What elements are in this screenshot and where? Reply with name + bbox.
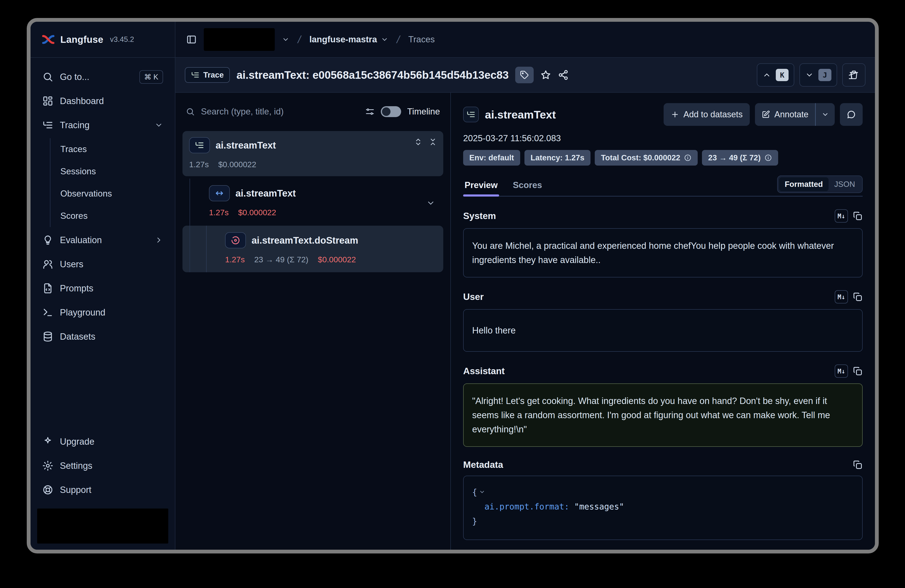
next-trace-button[interactable]: J	[799, 63, 837, 87]
list-tree-icon	[467, 110, 475, 119]
sparkle-icon	[42, 436, 53, 447]
sidebar-item-datasets[interactable]: Datasets	[36, 325, 169, 349]
lifebuoy-icon	[42, 484, 53, 495]
trace-timestamp: 2025-03-27 11:56:02.083	[463, 133, 863, 143]
span-node-title: ai.streamText	[235, 188, 296, 199]
trace-header-bar: Trace ai.streamText: e00568a15c38674b56b…	[175, 58, 875, 93]
share-icon[interactable]	[558, 70, 569, 81]
breadcrumb-separator: /	[295, 33, 304, 45]
copy-icon[interactable]	[853, 292, 863, 302]
message-bubble-icon	[846, 109, 856, 119]
sidebar-item-upgrade[interactable]: Upgrade	[36, 430, 169, 454]
assistant-message-box: "Alright! Let's get cooking. What ingred…	[463, 384, 863, 447]
redacted-user-info	[37, 509, 168, 544]
chevron-down-icon	[821, 111, 829, 118]
json-open-brace: {	[472, 488, 477, 497]
generation-node-title: ai.streamText.doStream	[252, 235, 358, 246]
tree-search-input[interactable]	[201, 107, 359, 117]
info-icon[interactable]	[684, 154, 692, 162]
annotate-split-button: Annotate	[755, 103, 835, 126]
panel-left-icon[interactable]	[186, 34, 197, 45]
dashboard-label: Dashboard	[60, 96, 104, 106]
annotate-label: Annotate	[774, 109, 808, 119]
sidebar-item-tracing[interactable]: Tracing	[36, 113, 169, 137]
tree-node-generation[interactable]: ai.streamText.doStream 1.27s 23 → 49 (Σ …	[183, 226, 443, 272]
kbd-k: K	[776, 69, 789, 81]
settings-label: Settings	[60, 461, 92, 471]
expand-all-icon[interactable]	[414, 138, 422, 146]
scores-label: Scores	[60, 211, 87, 221]
sidebar-item-playground[interactable]: Playground	[36, 300, 169, 325]
format-chip-json[interactable]: JSON	[829, 178, 861, 191]
delete-trace-button[interactable]	[842, 63, 865, 87]
chevron-up-icon	[762, 71, 771, 79]
generation-node-badge	[225, 232, 246, 248]
collapse-all-icon[interactable]	[429, 138, 437, 146]
sidebar-item-observations[interactable]: Observations	[51, 182, 169, 205]
tab-scores[interactable]: Scores	[511, 180, 543, 196]
generation-swirl-icon	[231, 236, 240, 245]
tab-preview[interactable]: Preview	[463, 180, 499, 196]
pencil-square-icon	[762, 110, 770, 119]
markdown-toggle-button[interactable]: M↓	[835, 290, 848, 303]
add-to-datasets-label: Add to datasets	[683, 109, 743, 119]
sidebar-item-support[interactable]: Support	[36, 478, 169, 502]
sidebar-nav: Go to... ⌘ K Dashboard Tracing Traces Se…	[30, 58, 175, 550]
format-chip-formatted[interactable]: Formatted	[779, 178, 829, 191]
sidebar-item-scores[interactable]: Scores	[51, 205, 169, 227]
sidebar-item-traces[interactable]: Traces	[51, 138, 169, 160]
tree-controls	[414, 138, 437, 146]
search-icon	[186, 107, 195, 116]
info-icon[interactable]	[764, 154, 772, 162]
breadcrumb-project[interactable]: langfuse-mastra	[309, 35, 388, 44]
detail-header: ai.streamText Add to datasets Annotate	[463, 103, 863, 126]
prev-trace-button[interactable]: K	[757, 63, 794, 87]
copy-icon[interactable]	[853, 460, 863, 470]
markdown-toggle-button[interactable]: M↓	[835, 365, 848, 378]
add-to-datasets-button[interactable]: Add to datasets	[664, 103, 750, 126]
timeline-toggle[interactable]	[381, 106, 401, 117]
span-latency: 1.27s	[209, 208, 229, 217]
tree-node-span[interactable]: ai.streamText 1.27s $0.000022	[183, 179, 443, 224]
tag-button[interactable]	[515, 67, 533, 83]
chevron-down-icon[interactable]	[426, 198, 435, 208]
token-usage-badge-label: 23 → 49 (Σ 72)	[708, 153, 761, 162]
token-usage-badge: 23 → 49 (Σ 72)	[702, 150, 778, 166]
copy-icon[interactable]	[853, 211, 863, 221]
json-collapse-icon[interactable]	[479, 489, 485, 495]
chevron-down-icon	[381, 36, 388, 43]
sidebar-item-settings[interactable]: Settings	[36, 454, 169, 478]
prompts-label: Prompts	[60, 283, 93, 293]
trash-icon	[849, 70, 859, 80]
breadcrumb-section[interactable]: Traces	[408, 35, 435, 44]
trace-tree-panel: Timeline ai.streamText	[175, 93, 451, 550]
chevron-down-icon[interactable]	[282, 36, 289, 43]
sidebar-item-goto[interactable]: Go to... ⌘ K	[36, 65, 169, 89]
json-key: ai.prompt.format:	[484, 502, 569, 511]
markdown-toggle-button[interactable]: M↓	[835, 209, 848, 223]
filter-settings-icon[interactable]	[365, 107, 375, 116]
sidebar-item-prompts[interactable]: Prompts	[36, 276, 169, 300]
sidebar-item-users[interactable]: Users	[36, 252, 169, 276]
annotate-button[interactable]: Annotate	[755, 103, 815, 126]
copy-icon[interactable]	[853, 366, 863, 376]
tree-node-root[interactable]: ai.streamText 1.27s $0.000022	[183, 131, 443, 176]
user-section: User M↓ Hello there	[463, 290, 863, 352]
sidebar-item-evaluation[interactable]: Evaluation	[36, 228, 169, 252]
format-toggle: Formatted JSON	[777, 176, 863, 193]
redacted-org-name[interactable]	[204, 28, 275, 51]
logo-row: Langfuse v3.45.2	[30, 22, 175, 58]
metadata-json-box: { ai.prompt.format: "messages" }	[463, 475, 863, 540]
env-badge: Env: default	[463, 150, 520, 166]
generation-cost: $0.000022	[318, 255, 356, 264]
comments-button[interactable]	[840, 103, 863, 126]
goto-kbd-shortcut: ⌘ K	[140, 70, 163, 84]
trace-actions: K J	[757, 63, 865, 87]
sidebar-item-dashboard[interactable]: Dashboard	[36, 89, 169, 113]
generation-tokens: 23 → 49 (Σ 72)	[254, 255, 308, 264]
star-icon[interactable]	[540, 70, 551, 81]
sidebar: Langfuse v3.45.2 Go to... ⌘ K Dashboard …	[30, 22, 175, 550]
annotate-dropdown-button[interactable]	[816, 103, 835, 126]
sidebar-item-sessions[interactable]: Sessions	[51, 160, 169, 182]
detail-title: ai.streamText	[485, 108, 556, 121]
